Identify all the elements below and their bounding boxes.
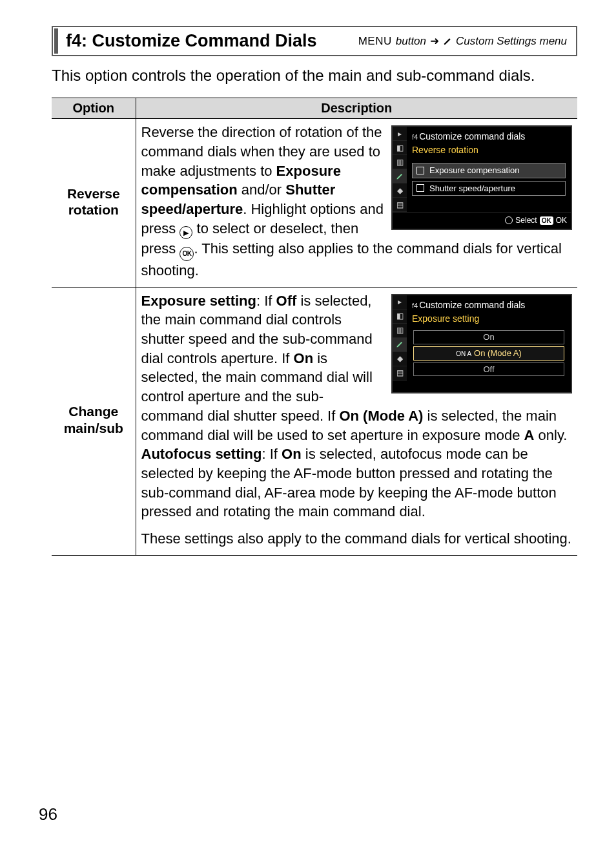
lcd-side-icon: ▥: [393, 155, 407, 169]
lcd-option-on-mode-a: ON AOn (Mode A): [413, 346, 564, 361]
button-word: button: [396, 35, 426, 48]
lcd-title-prefix: f4: [412, 133, 418, 141]
desc-text: only.: [535, 427, 568, 443]
lcd-subtitle: Exposure setting: [411, 311, 567, 329]
lcd-side-icon: ▤: [393, 198, 407, 212]
desc-bold: Exposure setting: [141, 293, 256, 309]
lcd-option-label: On (Mode A): [474, 348, 522, 358]
lcd-side-icon: ◆: [393, 183, 407, 198]
lcd-footer: Select OK OK: [393, 212, 571, 228]
lcd-side-icon: ◆: [393, 352, 407, 366]
lcd-side-icon: [393, 338, 407, 352]
desc-text: Reverse the direction of rotation of the…: [141, 124, 382, 178]
dpad-icon: [505, 216, 513, 224]
col-header-option: Option: [52, 98, 136, 119]
option-cell-reverse-rotation: Reverse rotation: [52, 119, 136, 287]
checkbox-icon: [416, 184, 424, 192]
desc-bold: A: [524, 427, 535, 443]
desc-bold: Autofocus setting: [141, 446, 262, 462]
ok-chip-icon: OK: [540, 216, 553, 225]
desc-bold: On: [282, 446, 302, 462]
option-line1: Change: [68, 404, 118, 419]
lcd-title-text: Customize command dials: [419, 300, 525, 310]
table-row: Reverse rotation ▸ ◧ ▥: [52, 119, 577, 287]
lcd-option-shutter-speed-aperture: Shutter speed/aperture: [412, 181, 566, 196]
page-number: 96: [39, 804, 57, 824]
lcd-side-icon: [393, 169, 407, 183]
desc-text: . This setting also applies to the comma…: [141, 240, 562, 278]
lcd-side-icon: ▸: [393, 127, 407, 141]
lcd-subtitle: Reverse rotation: [411, 143, 567, 160]
lcd-title: f4Customize command dials: [411, 298, 567, 311]
breadcrumb-suffix: Custom Settings menu: [456, 35, 567, 48]
desc-text: and/or: [238, 182, 286, 198]
desc-text: These settings also apply to the command…: [141, 529, 573, 549]
desc-bold: On (Mode A): [339, 408, 423, 424]
col-header-description: Description: [136, 98, 577, 119]
lcd-title: f4Customize command dials: [411, 129, 567, 143]
desc-text: : If: [256, 293, 276, 309]
lcd-option-off: Off: [413, 362, 564, 377]
option-line1: Reverse: [67, 186, 120, 201]
options-table: Option Description Reverse rotation: [52, 98, 577, 555]
lcd-side-icon: ◧: [393, 141, 407, 155]
lcd-side-icon: ▸: [393, 295, 407, 309]
lcd-reverse-rotation: ▸ ◧ ▥ ◆ ▤: [391, 125, 572, 229]
lcd-exposure-setting: ▸ ◧ ▥ ◆ ▤: [391, 294, 572, 393]
lcd-footer-ok: OK: [556, 215, 567, 225]
section-heading: f4: Customize Command Dials MENU button …: [52, 26, 577, 56]
lcd-item-label: Shutter speed/aperture: [429, 183, 515, 194]
lcd-title-text: Customize command dials: [419, 131, 525, 142]
lcd-footer-select: Select: [515, 215, 537, 225]
multi-selector-right-icon: ▶: [180, 226, 192, 239]
lcd-side-icon: ◧: [393, 309, 407, 324]
lcd-side-icon: ▤: [393, 366, 407, 381]
lcd-option-prefix: ON A: [456, 350, 471, 357]
lcd-side-icon: ▥: [393, 324, 407, 338]
description-cell: ▸ ◧ ▥ ◆ ▤: [136, 119, 577, 287]
lcd-option-on: On: [413, 330, 564, 344]
heading-title: f4: Customize Command Dials: [66, 31, 317, 51]
pencil-icon: [443, 37, 452, 46]
option-cell-change-main-sub: Change main/sub: [52, 287, 136, 555]
description-cell: ▸ ◧ ▥ ◆ ▤: [136, 287, 577, 555]
checkbox-icon: [416, 167, 424, 174]
desc-bold: Off: [276, 293, 297, 309]
heading-breadcrumb: MENU button ➜ Custom Settings menu: [358, 34, 567, 48]
option-line2: main/sub: [64, 421, 123, 435]
desc-bold: On: [294, 350, 314, 366]
lcd-option-exposure-compensation: Exposure compensation: [412, 163, 566, 178]
option-line2: rotation: [68, 202, 119, 217]
desc-text: : If: [262, 446, 282, 462]
intro-paragraph: This option controls the operation of th…: [52, 65, 577, 86]
lcd-item-label: Exposure compensation: [429, 165, 519, 176]
table-row: Change main/sub ▸ ◧ ▥: [52, 287, 577, 555]
arrow-icon: ➜: [430, 34, 439, 48]
menu-label: MENU: [358, 35, 392, 48]
lcd-title-prefix: f4: [412, 302, 418, 309]
ok-button-icon: OK: [180, 247, 194, 261]
